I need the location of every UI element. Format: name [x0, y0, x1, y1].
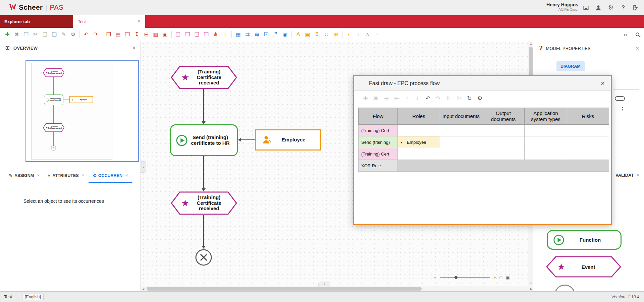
add-row-icon[interactable]: ✚ — [360, 94, 371, 103]
tab-assignments-close-icon[interactable]: ✕ — [37, 174, 40, 177]
inbox-icon[interactable] — [582, 4, 590, 11]
input-documents-cell[interactable] — [440, 148, 482, 160]
zoom-slider[interactable] — [440, 277, 490, 278]
tab-validation-close-icon[interactable]: ✕ — [636, 173, 639, 177]
comment-icon[interactable]: ❞ — [271, 30, 280, 39]
table-icon[interactable]: ⊞ — [331, 30, 340, 39]
application-system-types-cell[interactable] — [525, 136, 567, 148]
scroll-up-icon[interactable]: ▲ — [530, 42, 532, 45]
risks-cell[interactable] — [567, 148, 609, 160]
epc-function-node[interactable]: Send (training) certificate to HR — [170, 124, 238, 156]
grid-icon[interactable]: ▦ — [233, 30, 243, 39]
print-icon[interactable]: ⊟ — [142, 30, 151, 39]
palette-function-shape[interactable]: Function — [547, 230, 622, 250]
indent-icon[interactable]: ⇥ — [381, 94, 391, 103]
move-up-icon[interactable]: ↑ — [402, 94, 412, 103]
redo-icon[interactable]: ↷ — [433, 94, 443, 103]
flag-alt-icon[interactable]: ⚐ — [454, 94, 464, 103]
pin-icon[interactable]: ↧ — [132, 30, 142, 39]
move-down-icon[interactable]: ↓ — [412, 94, 423, 103]
home-icon[interactable]: ⌂ — [372, 30, 382, 39]
flow-cell-event-2[interactable]: (Training) Cert — [359, 148, 398, 160]
undo-icon[interactable]: ↶ — [423, 94, 433, 103]
table-settings-icon[interactable]: ⚙ — [475, 94, 485, 103]
select-icon[interactable]: ☑ — [262, 30, 271, 39]
application-system-types-cell[interactable] — [525, 125, 567, 136]
roles-cell[interactable] — [398, 125, 440, 136]
export-icon[interactable]: ❒ — [104, 30, 113, 39]
overview-minimap[interactable]: ★ (Training) Certificate received Send (… — [25, 60, 139, 162]
epc-role-node-employee[interactable]: Employee — [255, 129, 321, 150]
status-language[interactable]: [English] — [22, 294, 44, 300]
align-icon[interactable]: ⇉ — [243, 30, 252, 39]
tab-close-icon[interactable]: ✕ — [137, 19, 141, 24]
collapse-panel-icon[interactable]: « — [621, 30, 630, 39]
zoom-in-icon[interactable]: + — [493, 275, 496, 280]
settings-icon[interactable]: ⚙ — [607, 4, 614, 11]
redo-icon[interactable]: ↷ — [91, 30, 100, 39]
fast-draw-close-icon[interactable]: ✕ — [600, 80, 605, 86]
horizontal-scrollbar-thumb[interactable] — [147, 287, 422, 291]
tab-test[interactable]: Test ✕ — [73, 15, 145, 28]
new-diagram-icon[interactable]: ✚ — [3, 30, 12, 39]
user-icon[interactable] — [595, 4, 602, 11]
preferences-icon[interactable]: ⚙ — [68, 30, 78, 39]
duplicate-icon[interactable]: ❑ — [50, 30, 59, 39]
tab-attributes[interactable]: ≡ ATTRIBUTES ✕ — [44, 168, 89, 183]
palette-rule-shape[interactable] — [554, 285, 575, 291]
navigate-forward-icon[interactable]: › — [354, 30, 363, 39]
epc-event-node-2[interactable]: ★ (Training) Certificate received — [170, 191, 237, 215]
import-icon[interactable]: ❐ — [123, 30, 132, 39]
zoom-out-icon[interactable]: − — [434, 275, 436, 280]
help-icon[interactable]: ? — [620, 4, 627, 11]
pdf-export-icon[interactable]: ▥ — [151, 30, 160, 39]
report-icon[interactable]: ▤ — [113, 30, 123, 39]
group-icon[interactable]: ❏ — [173, 30, 183, 39]
epc-end-event-node[interactable] — [195, 249, 212, 266]
toggle-switch[interactable] — [615, 96, 625, 101]
output-documents-cell[interactable] — [482, 125, 525, 136]
edit-icon[interactable]: ✎ — [59, 30, 68, 39]
dots-icon[interactable]: ⠶ — [322, 30, 331, 39]
more-options-icon[interactable]: ⋮ — [220, 30, 230, 39]
undo-icon[interactable]: ↶ — [82, 30, 91, 39]
roles-cell-employee[interactable]: ●Employee — [398, 136, 440, 148]
epc-event-node-1[interactable]: ★ (Training) Certificate received — [170, 66, 237, 89]
paste-icon[interactable]: ❏ — [40, 30, 50, 39]
output-documents-cell[interactable] — [482, 136, 525, 148]
collapse-bottom-handle[interactable]: ∧ — [318, 282, 330, 287]
outdent-icon[interactable]: ⇤ — [391, 94, 402, 103]
navigate-back-icon[interactable]: ‹ — [344, 30, 354, 39]
refresh-icon[interactable]: ↻ — [464, 94, 475, 103]
stepper-down-icon[interactable]: ▼ — [621, 109, 624, 111]
navigate-up-icon[interactable]: ∧ — [363, 30, 372, 39]
application-system-types-cell[interactable] — [525, 148, 567, 160]
search-icon[interactable] — [636, 33, 639, 36]
tab-explorer[interactable]: Explorer tab — [0, 15, 73, 28]
scroll-right-icon[interactable]: ▶ — [530, 288, 532, 291]
flow-cell-event-1[interactable]: (Training) Cert — [359, 125, 398, 136]
matrix-icon[interactable]: ⠿ — [312, 30, 322, 39]
crop-icon[interactable]: ▣ — [160, 30, 170, 39]
tab-attributes-close-icon[interactable]: ✕ — [82, 174, 84, 177]
flow-cell-xor-rule[interactable]: XOR Rule — [359, 160, 398, 172]
fast-draw-titlebar[interactable]: Fast draw - EPC process flow ✕ — [354, 76, 611, 91]
logout-icon[interactable] — [632, 4, 639, 11]
add-to-group-icon[interactable]: ❑ — [192, 30, 202, 39]
tab-validation[interactable]: VALIDAT ✕ — [615, 173, 639, 178]
remove-from-group-icon[interactable]: ❒ — [202, 30, 211, 39]
input-documents-cell[interactable] — [440, 136, 482, 148]
input-documents-cell[interactable] — [440, 125, 482, 136]
user-info[interactable]: Henry Higgins ACME Corp. — [546, 2, 578, 11]
model-properties-close-icon[interactable]: ✕ — [635, 46, 639, 51]
toggle-icon[interactable]: ◉ — [280, 30, 290, 39]
scroll-down-icon[interactable]: ▼ — [530, 282, 532, 285]
model-search-icon[interactable]: ⋒ — [252, 30, 262, 39]
ungroup-icon[interactable]: ❐ — [183, 30, 192, 39]
copy-icon[interactable]: ❐ — [21, 30, 31, 39]
flag-icon[interactable]: ⚐ — [443, 94, 454, 103]
risks-cell[interactable] — [567, 136, 609, 148]
tab-occurrences[interactable]: ⟲ OCCURREN ✕ — [89, 168, 132, 183]
flow-cell-function[interactable]: Send (training) — [359, 136, 398, 148]
fit-to-screen-icon[interactable]: ▣ — [505, 275, 509, 280]
